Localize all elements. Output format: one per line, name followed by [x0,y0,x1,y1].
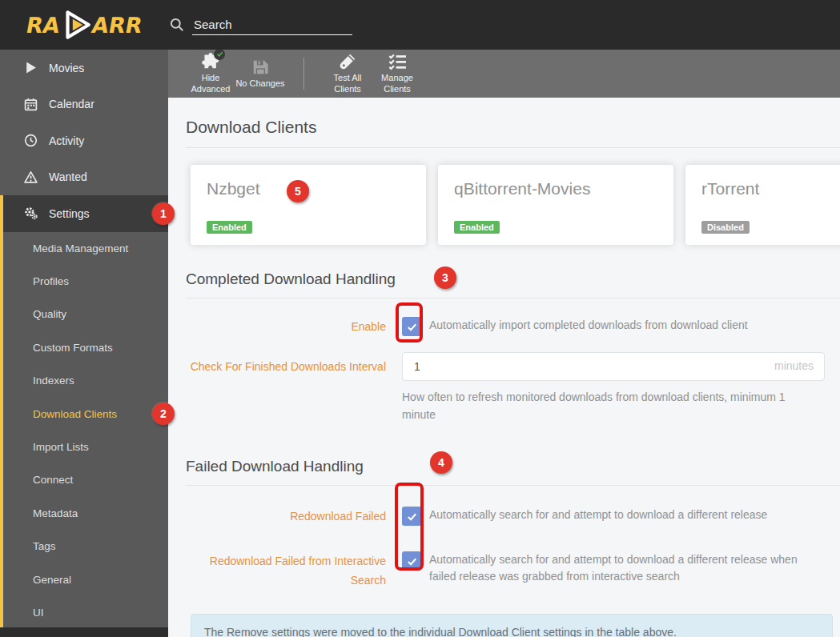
warning-triangle-icon [24,170,38,184]
client-cards-row: Nzbget Enabled qBittorrent-Movies Enable… [191,165,840,245]
sidebar-subitem-indexers[interactable]: Indexers [3,364,168,397]
sidebar-subitem-profiles[interactable]: Profiles [3,265,168,298]
redownload-interactive-label: Redownload Failed from Interactive Searc… [186,551,386,590]
page-title: Download Clients [186,118,840,137]
manage-clients-button[interactable]: Manage Clients [372,53,422,95]
redownload-interactive-help-text: Automatically search for and attempt to … [429,551,806,585]
toolbar-divider [303,58,304,90]
interval-input[interactable] [402,352,825,381]
sidebar-subitem-label: UI [33,607,44,619]
sidebar-item-label: Settings [49,207,90,220]
annotation-rect-enable-checkbox [396,302,423,343]
status-badge: Enabled [207,221,252,234]
page-header: Download Clients [186,118,840,148]
client-card-nzbget[interactable]: Nzbget Enabled [191,165,426,245]
sidebar-subitem-label: Metadata [33,507,78,519]
sidebar-subitem-media-management[interactable]: Media Management [3,232,168,265]
interval-control: minutes How often to refresh monitored d… [402,352,825,423]
client-card-rtorrent[interactable]: rTorrent Disabled [685,165,840,245]
client-card-qbittorrent[interactable]: qBittorrent-Movies Enabled [438,165,673,245]
sidebar-item-label: Movies [49,62,84,74]
sidebar-item-label: Wanted [49,170,87,183]
sidebar-item-movies[interactable]: Movies [0,50,168,86]
sidebar-subitem-general[interactable]: General [3,563,168,595]
sidebar-subitem-tags[interactable]: Tags [3,530,168,563]
sidebar-item-settings[interactable]: Settings [3,195,168,232]
annotation-rect-failed-checkboxes [395,483,424,571]
annotation-circle-2: 2 [152,403,175,425]
sidebar-subitem-label: Quality [33,308,66,320]
play-logo-icon [59,8,93,42]
annotation-number: 3 [442,271,448,284]
sidebar-item-activity[interactable]: Activity [0,122,168,159]
sidebar-bottom-strip [0,627,168,637]
sidebar-subitem-label: Connect [33,474,73,486]
radarr-logo[interactable]: RA ARR [0,8,168,42]
remove-settings-notice: The Remove settings were moved to the in… [191,614,833,637]
test-all-clients-button[interactable]: Test All Clients [323,53,372,95]
search-bar [170,14,352,35]
annotation-number: 4 [438,456,444,469]
toolbar-button-label: No Changes [235,78,284,90]
failed-download-handling-header: Failed Download Handling [186,458,840,486]
gears-icon [24,206,38,220]
client-name: qBittorrent-Movies [454,179,657,198]
sidebar-subitem-label: Custom Formats [33,342,113,354]
settings-group: Settings Media Management Profiles Quali… [0,195,168,629]
logo-text-right: ARR [90,13,144,38]
completed-download-handling-header: Completed Download Handling [186,270,840,298]
client-name: rTorrent [701,179,840,198]
redownload-failed-label: Redownload Failed [186,507,386,526]
interval-help-text: How often to refresh monitored downloads… [402,388,806,423]
sidebar-subitem-label: General [33,574,71,586]
interval-label: Check For Finished Downloads Interval [186,352,386,381]
annotation-number: 1 [160,207,167,220]
annotation-number: 2 [160,407,167,420]
annotation-circle-4: 4 [430,451,452,474]
sidebar-item-wanted[interactable]: Wanted [0,159,168,196]
status-badge: Enabled [454,221,500,234]
save-icon [251,58,269,76]
sidebar-subitem-label: Tags [33,540,56,552]
sidebar-subitem-ui[interactable]: UI [3,596,168,629]
checklist-icon [388,53,406,70]
sidebar-subitem-label: Media Management [33,242,128,254]
sidebar-subitem-custom-formats[interactable]: Custom Formats [3,331,168,364]
play-icon [24,61,38,74]
annotation-number: 5 [295,185,301,198]
interval-unit: minutes [774,359,814,372]
redownload-failed-help-text: Automatically search for and attempt to … [429,507,767,523]
enable-help-text: Automatically import completed downloads… [429,317,748,334]
sidebar-subitem-metadata[interactable]: Metadata [3,497,168,530]
sidebar-subitem-connect[interactable]: Connect [3,463,168,496]
search-icon [170,18,184,32]
toolbar-button-label: Hide Advanced [186,73,235,95]
sidebar-subitem-import-lists[interactable]: Import Lists [3,431,168,463]
puzzle-icon [202,53,219,70]
sidebar-item-label: Activity [49,134,84,147]
sidebar-subitem-download-clients[interactable]: Download Clients [3,397,168,430]
logo-text-left: RA [24,13,62,38]
main-content: Download Clients Nzbget Enabled qBittorr… [168,98,840,637]
interval-row: Check For Finished Downloads Interval mi… [186,352,840,423]
enable-row: Enable Automatically import completed do… [186,317,840,336]
check-badge-icon [214,49,225,60]
sidebar: Movies Calendar Activity [0,50,168,637]
hide-advanced-button[interactable]: Hide Advanced [186,53,235,95]
top-bar: RA ARR [0,0,840,50]
sidebar-item-calendar[interactable]: Calendar [0,86,168,123]
status-badge: Disabled [701,221,750,234]
toolbar-button-label: Test All Clients [323,73,372,95]
search-input[interactable] [192,14,352,35]
no-changes-button[interactable]: No Changes [235,58,285,90]
sidebar-subitem-label: Import Lists [33,441,89,453]
section-title: Completed Download Handling [186,270,840,288]
settings-toolbar: Hide Advanced No Changes Test All Client… [168,50,840,98]
toolbar-button-label: Manage Clients [372,73,422,95]
annotation-circle-3: 3 [434,266,456,289]
annotation-circle-5: 5 [287,180,309,202]
enable-label: Enable [186,317,386,336]
sidebar-subitem-quality[interactable]: Quality [3,298,168,331]
calendar-icon [24,98,38,111]
section-title: Failed Download Handling [186,458,840,475]
